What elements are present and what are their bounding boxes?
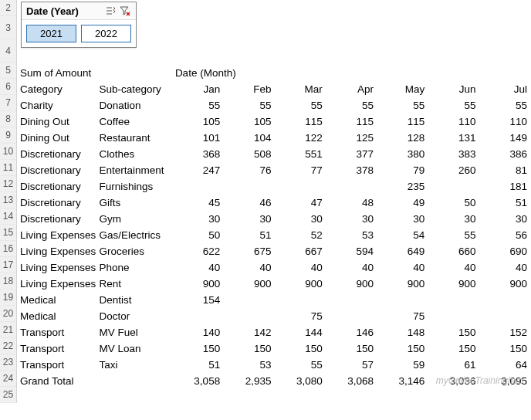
value-cell[interactable]: 150 <box>326 340 377 357</box>
value-cell[interactable]: 383 <box>428 146 479 162</box>
value-cell[interactable]: 140 <box>172 324 223 340</box>
value-cell[interactable]: 105 <box>223 113 274 130</box>
category-cell[interactable]: Living Expenses <box>17 276 96 292</box>
value-cell[interactable] <box>223 292 274 308</box>
value-cell[interactable]: 260 <box>428 162 479 178</box>
value-cell[interactable] <box>172 178 223 195</box>
month-header[interactable]: Mar <box>274 81 325 97</box>
value-cell[interactable]: 104 <box>223 130 274 146</box>
value-cell[interactable]: 660 <box>428 243 479 259</box>
value-cell[interactable]: 40 <box>377 259 428 276</box>
row-header[interactable]: 5 <box>0 63 16 79</box>
value-cell[interactable]: 47 <box>274 195 325 211</box>
value-cell[interactable]: 30 <box>172 211 223 227</box>
value-cell[interactable]: 40 <box>172 259 223 276</box>
value-cell[interactable]: 181 <box>479 178 530 195</box>
value-cell[interactable]: 64 <box>479 357 530 373</box>
value-cell[interactable]: 125 <box>326 130 377 146</box>
year-slicer[interactable]: Date (Year) 20212022 <box>21 2 137 48</box>
value-cell[interactable]: 131 <box>428 130 479 146</box>
slicer-item-2022[interactable]: 2022 <box>81 25 131 42</box>
category-cell[interactable]: Transport <box>17 324 96 340</box>
value-cell[interactable]: 53 <box>223 357 274 373</box>
value-cell[interactable] <box>172 308 223 324</box>
value-cell[interactable]: 150 <box>479 340 530 357</box>
value-cell[interactable]: 152 <box>479 324 530 340</box>
grand-total-label[interactable]: Grand Total <box>17 373 96 389</box>
row-header[interactable]: 15 <box>0 225 16 241</box>
month-header[interactable]: May <box>377 81 428 97</box>
month-header[interactable]: Jan <box>172 81 223 97</box>
value-cell[interactable]: 144 <box>274 324 325 340</box>
value-cell[interactable] <box>479 292 530 308</box>
subcategory-cell[interactable]: Doctor <box>96 308 171 324</box>
value-cell[interactable]: 247 <box>172 162 223 178</box>
subcategory-cell[interactable]: Dentist <box>96 292 171 308</box>
value-cell[interactable]: 55 <box>479 97 530 113</box>
category-cell[interactable]: Discretionary <box>17 211 96 227</box>
grand-total-value[interactable]: 3,146 <box>377 373 428 389</box>
row-header[interactable]: 8 <box>0 111 16 127</box>
value-cell[interactable]: 690 <box>479 243 530 259</box>
value-cell[interactable] <box>428 308 479 324</box>
value-cell[interactable]: 150 <box>428 340 479 357</box>
subcategory-cell[interactable]: Coffee <box>96 113 171 130</box>
value-cell[interactable]: 54 <box>377 227 428 243</box>
value-cell[interactable]: 900 <box>223 276 274 292</box>
value-cell[interactable]: 122 <box>274 130 325 146</box>
value-cell[interactable]: 79 <box>377 162 428 178</box>
value-cell[interactable] <box>326 178 377 195</box>
value-cell[interactable]: 150 <box>223 340 274 357</box>
value-cell[interactable]: 48 <box>326 195 377 211</box>
value-cell[interactable] <box>326 308 377 324</box>
value-cell[interactable]: 380 <box>377 146 428 162</box>
subcategory-cell[interactable]: Furnishings <box>96 178 171 195</box>
subcategory-cell[interactable]: Gifts <box>96 195 171 211</box>
value-cell[interactable]: 81 <box>479 162 530 178</box>
measure-label[interactable]: Sum of Amount <box>17 65 96 81</box>
value-cell[interactable]: 30 <box>428 211 479 227</box>
value-cell[interactable]: 594 <box>326 243 377 259</box>
value-cell[interactable] <box>428 292 479 308</box>
clear-filter-icon[interactable] <box>119 5 131 17</box>
value-cell[interactable]: 55 <box>377 97 428 113</box>
value-cell[interactable]: 51 <box>172 357 223 373</box>
subcategory-cell[interactable]: Gym <box>96 211 171 227</box>
row-header[interactable]: 20 <box>0 306 16 322</box>
multi-select-icon[interactable] <box>104 5 117 17</box>
value-cell[interactable]: 900 <box>172 276 223 292</box>
col-field-label[interactable]: Date (Month) <box>172 65 530 81</box>
month-header[interactable]: Feb <box>223 81 274 97</box>
subcategory-cell[interactable]: MV Loan <box>96 340 171 357</box>
value-cell[interactable]: 50 <box>172 227 223 243</box>
value-cell[interactable]: 675 <box>223 243 274 259</box>
value-cell[interactable]: 76 <box>223 162 274 178</box>
subcategory-cell[interactable]: Clothes <box>96 146 171 162</box>
value-cell[interactable]: 51 <box>479 195 530 211</box>
value-cell[interactable]: 150 <box>172 340 223 357</box>
month-header[interactable]: Jul <box>479 81 530 97</box>
row-header[interactable]: 24 <box>0 371 16 387</box>
row-header[interactable]: 12 <box>0 176 16 192</box>
grand-total-value[interactable]: 3,068 <box>326 373 377 389</box>
value-cell[interactable]: 61 <box>428 357 479 373</box>
category-cell[interactable]: Transport <box>17 357 96 373</box>
value-cell[interactable]: 378 <box>326 162 377 178</box>
subcategory-header[interactable]: Sub-category <box>96 81 171 97</box>
value-cell[interactable]: 900 <box>377 276 428 292</box>
row-header[interactable]: 25 <box>0 387 16 403</box>
value-cell[interactable]: 154 <box>172 292 223 308</box>
subcategory-cell[interactable]: Donation <box>96 97 171 113</box>
row-header[interactable]: 7 <box>0 95 16 111</box>
row-header[interactable]: 10 <box>0 144 16 160</box>
grand-total-value[interactable]: 3,095 <box>479 373 530 389</box>
value-cell[interactable]: 46 <box>223 195 274 211</box>
category-cell[interactable]: Discretionary <box>17 178 96 195</box>
value-cell[interactable]: 110 <box>428 113 479 130</box>
value-cell[interactable]: 55 <box>172 97 223 113</box>
value-cell[interactable]: 55 <box>274 97 325 113</box>
subcategory-cell[interactable]: MV Fuel <box>96 324 171 340</box>
value-cell[interactable]: 55 <box>223 97 274 113</box>
value-cell[interactable]: 142 <box>223 324 274 340</box>
value-cell[interactable]: 649 <box>377 243 428 259</box>
